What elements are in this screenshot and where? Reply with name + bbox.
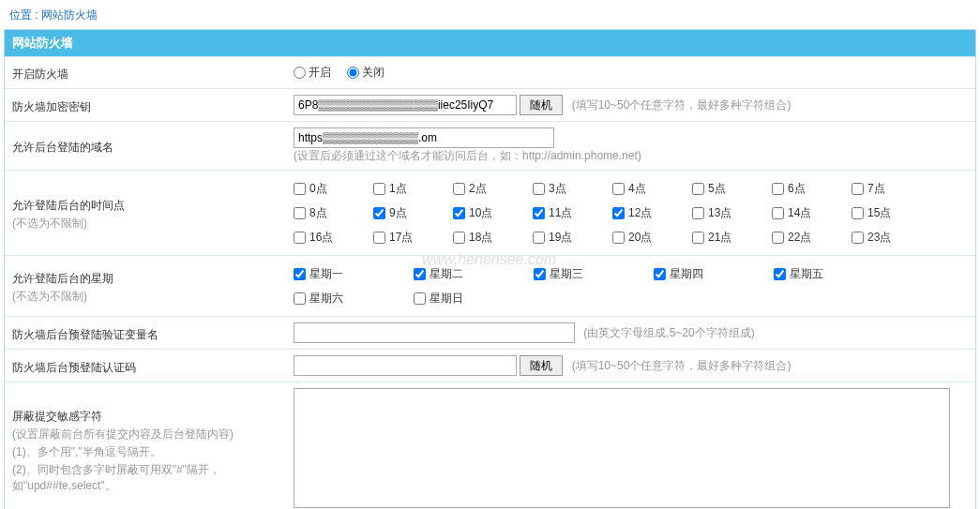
hour-check-20[interactable] xyxy=(612,232,625,244)
random-key-button[interactable]: 随机 xyxy=(520,95,563,115)
hour-19[interactable]: 19点 xyxy=(533,225,612,249)
input-key[interactable] xyxy=(294,95,517,115)
hour-check-21[interactable] xyxy=(692,232,704,244)
hour-check-13[interactable] xyxy=(692,207,704,219)
hint-varname: (由英文字母组成,5~20个字符组成) xyxy=(583,326,754,339)
hour-check-1[interactable] xyxy=(373,183,385,195)
hour-23[interactable]: 23点 xyxy=(852,225,931,249)
label-passcode: 防火墙后台预登陆认证码 xyxy=(5,350,286,382)
breadcrumb-label: 位置 : xyxy=(9,8,38,22)
week-1[interactable]: 星期二 xyxy=(414,262,534,286)
textarea-filter[interactable] xyxy=(294,388,950,508)
hour-17[interactable]: 17点 xyxy=(373,225,453,249)
hour-check-3[interactable] xyxy=(533,183,545,195)
label-hours: 允许登陆后台的时间点 (不选为不限制) xyxy=(5,171,286,256)
week-check-2[interactable] xyxy=(534,268,546,280)
hint-passcode: (填写10~50个任意字符，最好多种字符组合) xyxy=(572,359,792,372)
hour-check-18[interactable] xyxy=(453,232,465,244)
hour-18[interactable]: 18点 xyxy=(453,225,533,249)
hour-13[interactable]: 13点 xyxy=(692,201,772,225)
hour-check-14[interactable] xyxy=(772,207,784,219)
week-check-1[interactable] xyxy=(414,268,426,280)
hour-21[interactable]: 21点 xyxy=(692,225,772,249)
label-key: 防火墙加密密钥 xyxy=(5,89,286,122)
hour-check-22[interactable] xyxy=(772,232,784,244)
week-check-5[interactable] xyxy=(294,292,306,305)
week-check-6[interactable] xyxy=(414,292,426,305)
label-enable: 开启防火墙 xyxy=(5,57,286,89)
breadcrumb-link[interactable]: 网站防火墙 xyxy=(41,8,98,22)
breadcrumb: 位置 : 网站防火墙 xyxy=(4,4,976,27)
label-varname: 防火墙后台预登陆验证变量名 xyxy=(5,317,286,350)
random-passcode-button[interactable]: 随机 xyxy=(520,355,563,376)
input-varname[interactable] xyxy=(294,322,575,343)
week-2[interactable]: 星期三 xyxy=(534,262,654,286)
hour-9[interactable]: 9点 xyxy=(373,201,453,225)
hour-check-12[interactable] xyxy=(612,207,625,219)
weeks-grid: 星期一星期二星期三星期四星期五星期六星期日 xyxy=(294,262,968,310)
hint-key: (填写10~50个任意字符，最好多种字符组合) xyxy=(572,98,792,112)
week-check-0[interactable] xyxy=(294,268,306,280)
hour-12[interactable]: 12点 xyxy=(612,201,692,225)
radio-on[interactable] xyxy=(294,67,306,79)
hour-20[interactable]: 20点 xyxy=(612,225,692,249)
hour-check-2[interactable] xyxy=(453,183,465,195)
week-check-3[interactable] xyxy=(654,268,666,280)
hour-14[interactable]: 14点 xyxy=(772,201,852,225)
hour-1[interactable]: 1点 xyxy=(373,176,453,201)
hour-16[interactable]: 16点 xyxy=(294,225,373,249)
hour-check-16[interactable] xyxy=(294,232,306,244)
label-weeks: 允许登陆后台的星期 (不选为不限制) xyxy=(5,256,286,317)
radio-on-label[interactable]: 开启 xyxy=(294,66,331,79)
label-filter: 屏蔽提交敏感字符 (设置屏蔽前台所有提交内容及后台登陆内容) (1)、多个用",… xyxy=(5,382,286,510)
enable-radio-group: 开启 关闭 xyxy=(286,57,975,89)
hour-11[interactable]: 11点 xyxy=(533,201,612,225)
hint-domain: (设置后必须通过这个域名才能访问后台，如：http://admin.phome.… xyxy=(294,149,641,162)
hour-check-4[interactable] xyxy=(612,183,625,195)
hour-3[interactable]: 3点 xyxy=(533,176,612,201)
hour-check-10[interactable] xyxy=(453,207,465,219)
week-6[interactable]: 星期日 xyxy=(414,286,534,310)
hour-10[interactable]: 10点 xyxy=(453,201,533,225)
week-5[interactable]: 星期六 xyxy=(294,286,414,310)
hour-check-11[interactable] xyxy=(533,207,545,219)
hour-check-19[interactable] xyxy=(533,232,545,244)
hour-check-23[interactable] xyxy=(852,232,864,244)
hour-check-7[interactable] xyxy=(852,183,864,195)
hour-2[interactable]: 2点 xyxy=(453,176,533,201)
hour-5[interactable]: 5点 xyxy=(692,176,772,201)
hour-8[interactable]: 8点 xyxy=(294,201,373,225)
hour-7[interactable]: 7点 xyxy=(852,176,931,201)
radio-off[interactable] xyxy=(347,67,359,79)
week-0[interactable]: 星期一 xyxy=(294,262,414,286)
week-4[interactable]: 星期五 xyxy=(774,262,894,286)
hour-check-5[interactable] xyxy=(692,183,704,195)
input-passcode[interactable] xyxy=(294,355,517,376)
hour-0[interactable]: 0点 xyxy=(294,176,373,201)
firewall-panel: 网站防火墙 开启防火墙 开启 关闭 防火墙加密密钥 随机 (填写10~50个任意… xyxy=(4,29,976,509)
week-3[interactable]: 星期四 xyxy=(654,262,774,286)
hour-check-0[interactable] xyxy=(294,183,306,195)
hour-15[interactable]: 15点 xyxy=(852,201,931,225)
hour-check-8[interactable] xyxy=(294,207,306,219)
hour-check-6[interactable] xyxy=(772,183,784,195)
hour-check-17[interactable] xyxy=(373,232,385,244)
label-domain: 允许后台登陆的域名 xyxy=(5,122,286,171)
hour-check-15[interactable] xyxy=(852,207,864,219)
hour-22[interactable]: 22点 xyxy=(772,225,852,249)
hours-grid: 0点1点2点3点4点5点6点7点8点9点10点11点12点13点14点15点16… xyxy=(294,176,968,249)
panel-title: 网站防火墙 xyxy=(5,30,975,56)
week-check-4[interactable] xyxy=(774,268,786,280)
radio-off-label[interactable]: 关闭 xyxy=(347,66,384,79)
input-domain[interactable] xyxy=(294,127,554,148)
hour-check-9[interactable] xyxy=(373,207,385,219)
hour-4[interactable]: 4点 xyxy=(612,176,692,201)
hour-6[interactable]: 6点 xyxy=(772,176,852,201)
